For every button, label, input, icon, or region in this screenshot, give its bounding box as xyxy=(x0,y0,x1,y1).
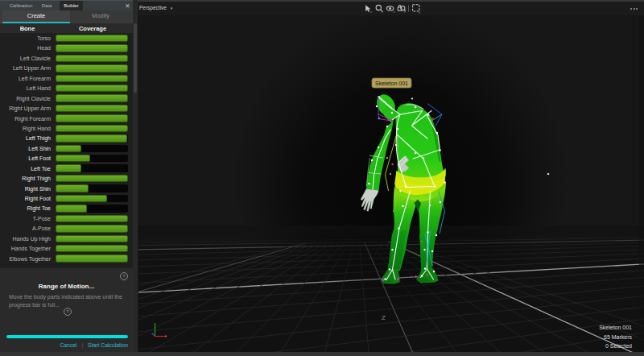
svg-text:Z: Z xyxy=(382,314,386,321)
svg-text:Skeleton 001: Skeleton 001 xyxy=(375,81,408,86)
